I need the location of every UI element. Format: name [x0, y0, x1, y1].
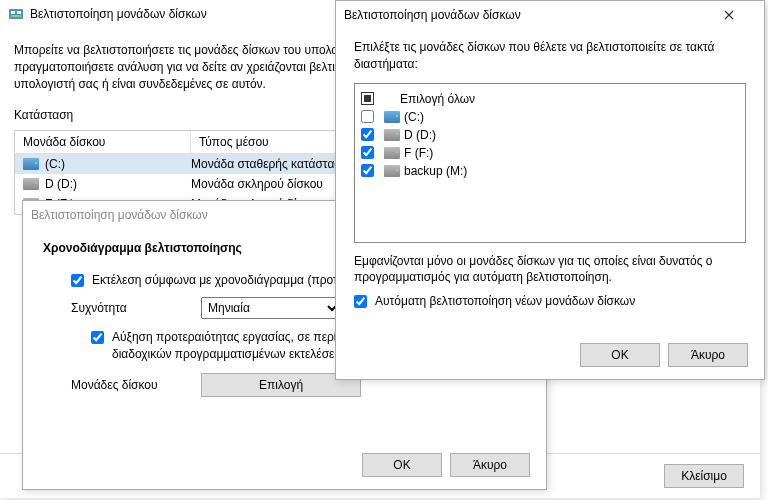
svg-rect-1: [11, 11, 15, 14]
col-drive[interactable]: Μονάδα δίσκου: [15, 131, 191, 153]
ok-button[interactable]: OK: [580, 343, 660, 367]
drive-item[interactable]: (C:): [361, 108, 739, 126]
drive-checkbox[interactable]: [361, 110, 374, 123]
frequency-select[interactable]: Μηνιαία: [201, 297, 341, 319]
drive-checkbox[interactable]: [361, 164, 374, 177]
drive-name: D (D:): [45, 177, 77, 191]
svg-rect-3: [11, 15, 21, 17]
ok-button[interactable]: OK: [362, 453, 442, 477]
drive-item-label: backup (M:): [404, 164, 467, 178]
drive-icon: [384, 147, 400, 159]
select-all-checkbox[interactable]: [361, 92, 374, 105]
cancel-button[interactable]: Άκυρο: [450, 453, 530, 477]
drives-description: Επιλέξτε τις μονάδες δίσκων που θέλετε ν…: [354, 39, 746, 73]
svg-rect-2: [17, 11, 21, 14]
run-on-schedule-label: Εκτέλεση σύμφωνα με χρονοδιάγραμμα (προτ…: [92, 273, 375, 287]
drive-checkbox[interactable]: [361, 146, 374, 159]
drives-label: Μονάδες δίσκου: [71, 378, 201, 392]
select-all-label: Επιλογή όλων: [400, 92, 475, 106]
drive-icon: [384, 111, 400, 123]
drives-buttons: OK Άκυρο: [336, 331, 764, 379]
drive-checkbox[interactable]: [361, 128, 374, 141]
run-on-schedule-checkbox[interactable]: [71, 274, 84, 287]
select-all-item[interactable]: Επιλογή όλων: [361, 90, 739, 108]
drive-item-label: D (D:): [404, 128, 436, 142]
drive-icon: [23, 158, 39, 170]
priority-checkbox[interactable]: [91, 331, 104, 344]
drive-icon: [384, 165, 400, 177]
drive-icon: [384, 129, 400, 141]
close-icon[interactable]: [724, 10, 756, 20]
drive-icon: [23, 178, 39, 190]
frequency-label: Συχνότητα: [71, 301, 201, 315]
drives-dialog: Βελτιστοποίηση μονάδων δίσκων Επιλέξτε τ…: [335, 0, 765, 380]
close-button[interactable]: Κλείσιμο: [664, 464, 744, 488]
auto-optimize-label: Αυτόματη βελτιστοποίηση νέων μονάδων δίσ…: [375, 294, 635, 308]
auto-optimize-checkbox[interactable]: [354, 295, 367, 308]
drives-titlebar: Βελτιστοποίηση μονάδων δίσκων: [336, 1, 764, 29]
drive-name: (C:): [45, 157, 65, 171]
drive-item[interactable]: F (F:): [361, 144, 739, 162]
drive-item-label: (C:): [404, 110, 424, 124]
schedule-buttons: OK Άκυρο: [23, 441, 546, 489]
cancel-button[interactable]: Άκυρο: [668, 343, 748, 367]
drives-list[interactable]: Επιλογή όλων (C:) D (D:) F (F:) backup (: [354, 83, 746, 243]
drive-item[interactable]: backup (M:): [361, 162, 739, 180]
drives-title: Βελτιστοποίηση μονάδων δίσκων: [344, 8, 724, 22]
drive-item-label: F (F:): [404, 146, 433, 160]
auto-optimize-row: Αυτόματη βελτιστοποίηση νέων μονάδων δίσ…: [354, 294, 746, 308]
drives-body: Επιλέξτε τις μονάδες δίσκων που θέλετε ν…: [336, 29, 764, 324]
drive-item[interactable]: D (D:): [361, 126, 739, 144]
drives-note: Εμφανίζονται μόνο οι μονάδες δίσκων για …: [354, 253, 746, 287]
app-icon: [8, 6, 24, 22]
